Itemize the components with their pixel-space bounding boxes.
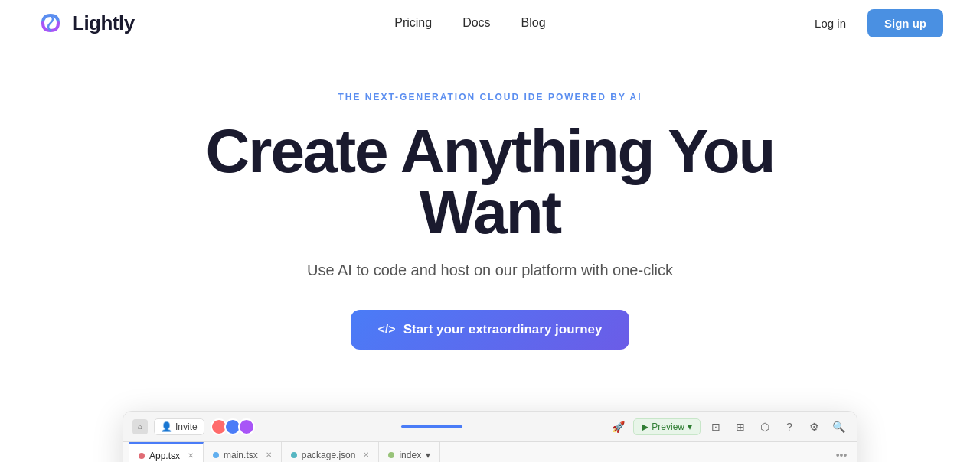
hero-title: Create Anything You Want — [145, 121, 835, 243]
lightly-logo-icon — [37, 9, 64, 37]
question-icon[interactable]: ? — [780, 418, 799, 436]
ide-toolbar-left: ⌂ 👤 Invite — [132, 418, 255, 435]
ide-tabs: App.tsx ✕ main.tsx ✕ package.json ✕ inde… — [123, 442, 857, 462]
layout-icon[interactable]: ⊡ — [707, 418, 725, 436]
tab-close-main-tsx[interactable]: ✕ — [266, 451, 272, 459]
hero-section: THE NEXT-GENERATION CLOUD IDE POWERED BY… — [0, 46, 980, 380]
tab-main-tsx[interactable]: main.tsx ✕ — [204, 442, 282, 462]
tab-close-app-tsx[interactable]: ✕ — [188, 451, 194, 460]
signup-button[interactable]: Sign up — [867, 9, 943, 37]
cta-label: Start your extraordinary journey — [403, 322, 603, 337]
preview-label: Preview — [652, 421, 684, 432]
share-icon[interactable]: ⬡ — [756, 418, 774, 436]
invite-button[interactable]: 👤 Invite — [154, 418, 204, 435]
tab-label-index: index — [399, 450, 421, 460]
tab-label-package-json: package.json — [302, 450, 356, 460]
hero-cta-button[interactable]: </> Start your extraordinary journey — [351, 310, 630, 350]
rocket-icon[interactable]: 🚀 — [609, 418, 627, 436]
ide-preview: ⌂ 👤 Invite 🚀 ▶ Preview ▾ — [122, 411, 858, 462]
ide-toolbar: ⌂ 👤 Invite 🚀 ▶ Preview ▾ — [123, 412, 857, 442]
invite-user-icon: 👤 — [161, 421, 172, 432]
tab-label-app-tsx: App.tsx — [149, 451, 180, 461]
settings-icon[interactable]: ⚙ — [805, 418, 823, 436]
tab-index[interactable]: index ▾ — [379, 442, 440, 462]
preview-button[interactable]: ▶ Preview ▾ — [633, 418, 701, 435]
nav-blog[interactable]: Blog — [521, 16, 546, 30]
nav-docs[interactable]: Docs — [462, 16, 490, 30]
tab-dropdown-index[interactable]: ▾ — [426, 450, 430, 460]
preview-chevron: ▾ — [688, 421, 692, 432]
home-icon[interactable]: ⌂ — [132, 419, 148, 434]
logo-text: Lightly — [72, 11, 135, 35]
hero-tagline: THE NEXT-GENERATION CLOUD IDE POWERED BY… — [338, 92, 642, 102]
avatar-3 — [238, 418, 255, 435]
tab-label-main-tsx: main.tsx — [224, 450, 258, 460]
nav-pricing[interactable]: Pricing — [394, 16, 432, 30]
invite-label: Invite — [175, 421, 198, 432]
tab-package-json[interactable]: package.json ✕ — [282, 442, 380, 462]
logo[interactable]: Lightly — [37, 9, 135, 37]
hero-subtitle: Use AI to code and host on our platform … — [307, 262, 673, 279]
cta-code-icon: </> — [378, 323, 396, 337]
login-button[interactable]: Log in — [805, 11, 855, 36]
terminal-icon[interactable]: ⊞ — [731, 418, 750, 436]
search-icon[interactable]: 🔍 — [829, 418, 848, 436]
play-icon: ▶ — [642, 421, 648, 432]
navbar: Lightly Pricing Docs Blog Log in Sign up — [0, 0, 980, 46]
navbar-links: Pricing Docs Blog — [394, 16, 545, 30]
navbar-actions: Log in Sign up — [805, 9, 943, 37]
more-tabs-icon[interactable]: ••• — [832, 446, 851, 463]
tab-close-package-json[interactable]: ✕ — [363, 451, 369, 459]
avatar-group — [211, 418, 255, 435]
ide-toolbar-right: 🚀 ▶ Preview ▾ ⊡ ⊞ ⬡ ? ⚙ 🔍 — [609, 418, 848, 436]
tab-app-tsx[interactable]: App.tsx ✕ — [129, 442, 204, 462]
